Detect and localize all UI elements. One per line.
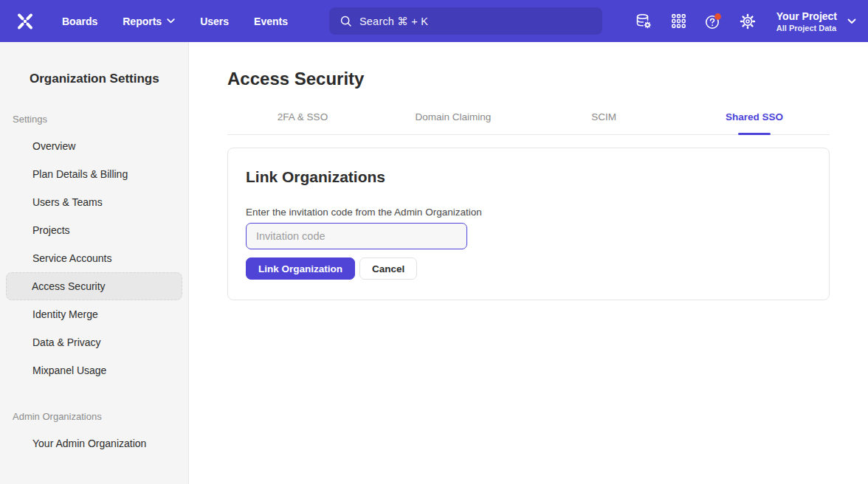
chevron-down-icon [167, 18, 175, 24]
sidebar-item-label: Projects [32, 224, 70, 236]
sidebar-item-label: Your Admin Organization [32, 438, 146, 449]
project-name: Your Project [776, 10, 837, 23]
tab-label: Shared SSO [726, 111, 783, 122]
sidebar-item-your-admin-organization[interactable]: Your Admin Organization [6, 429, 182, 457]
button-row: Link Organization Cancel [246, 257, 811, 280]
navbar-right-cluster: Your Project All Project Data [621, 9, 856, 33]
nav-item-boards[interactable]: Boards [62, 15, 97, 27]
sidebar-settings-items: Overview Plan Details & Billing Users & … [0, 132, 188, 384]
project-data-scope: All Project Data [776, 23, 837, 33]
project-selector[interactable]: Your Project All Project Data [776, 10, 856, 33]
nav-item-label: Users [200, 15, 229, 27]
invitation-code-label: Enter the invitation code from the Admin… [246, 207, 811, 218]
card-title: Link Organizations [246, 168, 811, 186]
settings-sidebar: Organization Settings Settings Overview … [0, 42, 189, 484]
sidebar-item-plan-details-billing[interactable]: Plan Details & Billing [6, 160, 182, 188]
sidebar-item-identity-merge[interactable]: Identity Merge [6, 300, 182, 328]
main-content: Access Security 2FA & SSO Domain Claimin… [189, 42, 868, 484]
data-management-icon[interactable] [632, 9, 656, 33]
gear-icon[interactable] [736, 9, 760, 33]
nav-item-label: Boards [62, 15, 97, 27]
top-navbar: Boards Reports Users Events Search ⌘ + K [0, 0, 868, 42]
sidebar-item-label: Identity Merge [32, 308, 98, 320]
sidebar-item-service-accounts[interactable]: Service Accounts [6, 244, 182, 272]
sidebar-item-label: Users & Teams [32, 196, 103, 208]
sidebar-item-label: Access Security [32, 280, 106, 292]
nav-item-reports[interactable]: Reports [123, 15, 175, 27]
tab-bar: 2FA & SSO Domain Claiming SCIM Shared SS… [227, 111, 830, 135]
link-organization-button[interactable]: Link Organization [246, 257, 355, 280]
sidebar-item-users-teams[interactable]: Users & Teams [6, 188, 182, 216]
invitation-code-input[interactable] [246, 223, 467, 249]
nav-item-label: Events [254, 15, 288, 27]
tab-scim[interactable]: SCIM [528, 111, 679, 134]
help-icon[interactable] [701, 9, 726, 33]
sidebar-item-data-privacy[interactable]: Data & Privacy [6, 328, 182, 356]
sidebar-item-label: Mixpanel Usage [32, 364, 106, 376]
sidebar-item-overview[interactable]: Overview [6, 132, 182, 160]
tab-label: 2FA & SSO [278, 111, 328, 122]
sidebar-admin-items: Your Admin Organization [0, 429, 188, 457]
search-input[interactable]: Search ⌘ + K [329, 7, 602, 35]
chevron-down-icon [847, 18, 856, 24]
tab-shared-sso[interactable]: Shared SSO [679, 111, 830, 134]
sidebar-item-label: Data & Privacy [32, 336, 101, 348]
nav-item-users[interactable]: Users [200, 15, 229, 27]
sidebar-item-label: Overview [32, 140, 75, 152]
tab-label: SCIM [591, 111, 616, 122]
page-title: Access Security [227, 69, 830, 89]
apps-grid-icon[interactable] [666, 9, 691, 33]
search-placeholder: Search ⌘ + K [359, 15, 428, 27]
primary-nav: Boards Reports Users Events [62, 15, 288, 27]
sidebar-item-label: Plan Details & Billing [32, 168, 128, 180]
nav-item-events[interactable]: Events [254, 15, 288, 27]
sidebar-section-label-settings: Settings [13, 114, 188, 125]
tab-domain-claiming[interactable]: Domain Claiming [378, 111, 528, 134]
tab-2fa-sso[interactable]: 2FA & SSO [227, 111, 378, 134]
cancel-button[interactable]: Cancel [359, 257, 417, 280]
sidebar-item-label: Service Accounts [32, 252, 111, 264]
mixpanel-logo-icon[interactable] [15, 11, 35, 32]
sidebar-section-label-admin-organizations: Admin Organizations [13, 411, 188, 422]
sidebar-title: Organization Settings [30, 72, 188, 86]
sidebar-item-projects[interactable]: Projects [6, 216, 182, 244]
nav-item-label: Reports [123, 15, 162, 27]
notification-dot [714, 13, 721, 20]
sidebar-item-access-security[interactable]: Access Security [6, 272, 182, 300]
tab-label: Domain Claiming [416, 111, 492, 122]
search-icon [340, 15, 352, 27]
sidebar-item-mixpanel-usage[interactable]: Mixpanel Usage [6, 356, 182, 384]
link-organizations-card: Link Organizations Enter the invitation … [227, 148, 830, 300]
